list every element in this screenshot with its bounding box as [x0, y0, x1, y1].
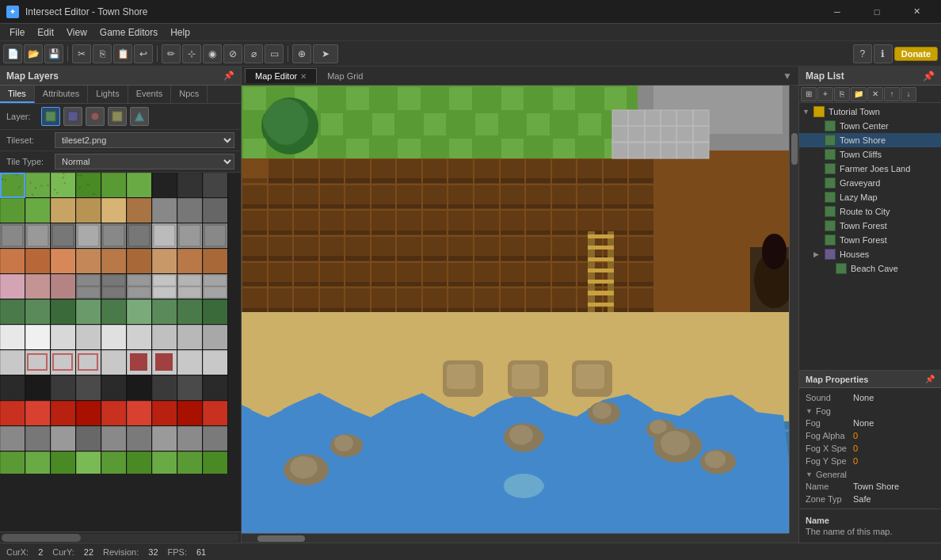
- tab-attributes[interactable]: Attributes: [35, 86, 88, 103]
- zoom-button[interactable]: ⊕: [292, 44, 311, 63]
- map-scroll-thumb-v[interactable]: [791, 133, 798, 165]
- tree-item-lazy-map[interactable]: Lazy Map: [799, 190, 941, 204]
- mp-fog-alpha-value: 0: [853, 431, 858, 440]
- tile-type-select[interactable]: Normal Autotile Fake Animated: [55, 154, 234, 170]
- tree-item-graveyard[interactable]: Graveyard: [799, 176, 941, 190]
- tree-item-town-forest-2[interactable]: Town Forest: [799, 233, 941, 247]
- donate-button[interactable]: Donate: [894, 47, 938, 61]
- mp-fog-x-value: 0: [853, 444, 858, 453]
- maximize-button[interactable]: □: [859, 4, 895, 20]
- mp-sound-value: None: [853, 393, 874, 402]
- tileset-area[interactable]: [0, 173, 241, 531]
- pin-icon[interactable]: 📌: [223, 70, 234, 81]
- open-button[interactable]: 📂: [24, 44, 43, 63]
- tab-npcs[interactable]: Npcs: [171, 86, 208, 103]
- tileset-scrollbar-h[interactable]: [0, 531, 241, 543]
- mp-general-section[interactable]: ▼ General: [799, 467, 941, 480]
- arrow-button[interactable]: ➤: [313, 44, 338, 63]
- map-list-copy[interactable]: ⎘: [834, 87, 850, 101]
- map-list-add[interactable]: +: [817, 87, 833, 101]
- mp-sound-label: Sound: [806, 393, 853, 402]
- tab-map-grid[interactable]: Map Grid: [317, 68, 373, 83]
- tab-tiles[interactable]: Tiles: [0, 86, 35, 103]
- layer-1-button[interactable]: [41, 107, 60, 126]
- undo-button[interactable]: ↩: [134, 44, 153, 63]
- tree-item-town-forest-1[interactable]: Town Forest: [799, 219, 941, 233]
- tileset-scroll-thumb[interactable]: [2, 534, 81, 542]
- map-scroll-thumb-h[interactable]: [257, 535, 305, 542]
- tileset-select[interactable]: tileset2.png: [55, 132, 234, 148]
- menu-edit[interactable]: Edit: [31, 25, 60, 40]
- tree-item-town-cliffs[interactable]: Town Cliffs: [799, 147, 941, 162]
- map-canvas-container[interactable]: [242, 86, 798, 543]
- map-icon-graveyard: [825, 177, 836, 189]
- tab-map-editor[interactable]: Map Editor ✕: [245, 68, 317, 83]
- mp-zone-value: Safe: [853, 494, 871, 504]
- menu-view[interactable]: View: [60, 25, 93, 40]
- center-panel: Map Editor ✕ Map Grid ▼: [242, 67, 798, 543]
- mp-fog-row: Fog None: [799, 417, 941, 429]
- tree-item-town-center[interactable]: Town Center: [799, 119, 941, 133]
- pencil-button[interactable]: ✏: [162, 44, 181, 63]
- menu-file[interactable]: File: [3, 25, 31, 40]
- layer-3-button[interactable]: [86, 107, 105, 126]
- paste-button[interactable]: 📋: [113, 44, 132, 63]
- tab-dropdown[interactable]: ▼: [779, 70, 795, 82]
- tree-root[interactable]: ▼ Tutorial Town: [799, 105, 941, 119]
- menu-game-editors[interactable]: Game Editors: [93, 25, 164, 40]
- erase-button[interactable]: ⊘: [223, 44, 242, 63]
- map-list-expand[interactable]: ⊞: [801, 87, 817, 101]
- right-panel-title: Map List: [806, 70, 844, 82]
- svg-rect-0: [46, 112, 55, 121]
- rect-button[interactable]: ▭: [265, 44, 284, 63]
- map-list-pin[interactable]: 📌: [923, 70, 935, 82]
- layer-label: Layer:: [6, 112, 38, 121]
- tree-item-town-shore[interactable]: Town Shore: [799, 133, 941, 147]
- tree-item-beach-cave-1[interactable]: Beach Cave: [799, 261, 941, 276]
- tab-map-editor-label: Map Editor: [255, 71, 297, 81]
- close-button[interactable]: ✕: [898, 4, 935, 20]
- map-scrollbar-h[interactable]: [242, 533, 789, 543]
- mp-fog-name-label: Fog: [806, 418, 853, 428]
- tree-item-houses-label: Houses: [840, 250, 869, 259]
- layer-2-button[interactable]: [63, 107, 82, 126]
- map-list-down[interactable]: ↓: [901, 87, 916, 101]
- map-properties-title: Map Properties: [806, 375, 868, 384]
- select-button[interactable]: ⊹: [182, 44, 201, 63]
- tab-map-editor-close[interactable]: ✕: [300, 72, 307, 81]
- copy-button[interactable]: ⎘: [93, 44, 112, 63]
- tab-lights[interactable]: Lights: [88, 86, 128, 103]
- scroll-corner: [789, 533, 798, 543]
- tileset-canvas[interactable]: [0, 173, 228, 474]
- save-button[interactable]: 💾: [44, 44, 63, 63]
- tab-events[interactable]: Events: [128, 86, 172, 103]
- map-tree[interactable]: ▼ Tutorial Town Town Center Town Shore: [799, 103, 941, 370]
- map-list-delete[interactable]: ✕: [867, 87, 883, 101]
- tree-item-lazy-label: Lazy Map: [840, 192, 878, 202]
- tree-item-town-shore-label: Town Shore: [840, 135, 886, 145]
- svg-marker-4: [135, 112, 144, 121]
- window-title: Intersect Editor - Town Shore: [25, 6, 813, 17]
- tree-item-farmer[interactable]: Farmer Joes Land: [799, 162, 941, 176]
- map-scrollbar-v[interactable]: [789, 86, 798, 533]
- fill-button[interactable]: ◉: [203, 44, 222, 63]
- eyedrop-button[interactable]: ⌀: [244, 44, 263, 63]
- info-button[interactable]: ℹ: [874, 44, 893, 63]
- tile-type-row: Tile Type: Normal Autotile Fake Animated: [0, 151, 241, 173]
- minimize-button[interactable]: ─: [819, 4, 855, 20]
- menu-help[interactable]: Help: [164, 25, 196, 40]
- map-list-folder[interactable]: 📁: [851, 87, 867, 101]
- cur-x-value: 2: [38, 547, 43, 557]
- svg-rect-1: [68, 112, 78, 121]
- tree-item-houses[interactable]: ▶ Houses: [799, 247, 941, 261]
- tree-item-route-city[interactable]: Route to City: [799, 204, 941, 219]
- mp-fog-section[interactable]: ▼ Fog: [799, 404, 941, 417]
- help-button[interactable]: ?: [853, 44, 872, 63]
- map-list-up[interactable]: ↑: [884, 87, 900, 101]
- map-canvas[interactable]: [242, 86, 798, 543]
- layer-4-button[interactable]: [108, 107, 127, 126]
- new-button[interactable]: 📄: [3, 44, 22, 63]
- layer-5-button[interactable]: [130, 107, 149, 126]
- cut-button[interactable]: ✂: [72, 44, 91, 63]
- map-props-pin[interactable]: 📌: [925, 375, 935, 383]
